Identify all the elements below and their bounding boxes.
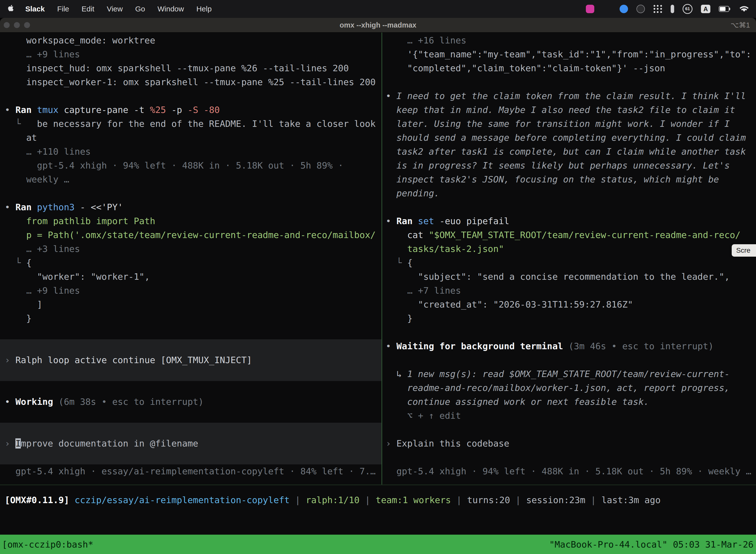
text-segment: … +16 lines	[386, 35, 466, 45]
menu-help[interactable]: Help	[190, 5, 218, 13]
left-pane[interactable]: workspace_mode: worktree … +9 lines insp…	[0, 33, 381, 484]
text-segment: }	[5, 313, 32, 323]
window-tiles-icon[interactable]	[603, 5, 611, 13]
terminal-line: • Ran tmux capture-pane -t %25 -p -S -80	[5, 103, 381, 117]
terminal-line: gpt-5.4 xhigh · essay/ai-reimplementatio…	[5, 464, 381, 478]
menu-file[interactable]: File	[51, 5, 75, 13]
text-segment: pending.	[386, 188, 440, 198]
terminal-line: later. Using the same for transition mig…	[386, 117, 756, 131]
text-segment: at	[5, 132, 37, 143]
right-pane[interactable]: … +16 lines '{"team_name":"my-team","tas…	[382, 33, 756, 484]
text-segment: -euo pipefail	[440, 216, 509, 226]
terminal-line: … +9 lines	[5, 284, 381, 297]
terminal-line: ↳ 1 new msg(s): read $OMX_TEAM_STATE_ROO…	[386, 367, 756, 381]
battery-icon[interactable]	[719, 6, 731, 12]
text-segment: {	[26, 258, 32, 268]
blue-app-icon[interactable]	[620, 5, 628, 13]
text-segment: "worker": "worker-1",	[5, 272, 150, 282]
text-segment: •	[5, 397, 15, 407]
status-segment: |	[360, 495, 376, 505]
terminal-line: ⌥ + ↑ edit	[386, 409, 756, 423]
text-segment: I need to get the claim token from the c…	[396, 91, 746, 101]
text-segment: Ran	[15, 105, 37, 115]
terminal-line	[386, 423, 756, 437]
omx-status-line: [OMX#0.11.9] cczip/essay/ai-reimplementa…	[0, 493, 756, 507]
terminal-line	[5, 89, 381, 103]
terminal-line: continue assigned work or next feasible …	[386, 395, 756, 409]
terminal-line: workspace_mode: worktree	[5, 34, 381, 47]
screen-recording-icon[interactable]	[586, 5, 594, 13]
terminal-line: gpt-5.4 xhigh · 94% left · 488K in · 5.1…	[386, 464, 756, 478]
terminal-line	[386, 200, 756, 214]
terminal-line: weekly …	[5, 172, 381, 186]
wifi-icon[interactable]	[739, 5, 749, 13]
battery-gauge-icon[interactable]: 61	[683, 4, 693, 14]
terminal-line: }	[386, 312, 756, 325]
terminal-line	[5, 409, 381, 423]
terminal-line: • I need to get the claim token from the…	[386, 89, 756, 103]
text-segment: -S	[188, 105, 198, 115]
text-segment: (6m 38s • esc to interrupt)	[59, 397, 204, 407]
text-segment	[198, 105, 204, 115]
text-segment: … +9 lines	[5, 285, 80, 296]
terminal-line: }	[5, 312, 381, 325]
terminal-line: └ {	[386, 256, 756, 270]
terminal-line: at	[5, 131, 381, 145]
text-segment: continue assigned work or next feasible …	[386, 397, 649, 407]
macos-menubar: SlackFileEditViewGoWindowHelp 61 A	[0, 0, 756, 18]
menu-window[interactable]: Window	[151, 5, 190, 13]
text-segment: }	[386, 313, 413, 323]
composer-row[interactable]: › Ralph loop active continue [OMX_TMUX_I…	[0, 339, 381, 381]
terminal-line: pending.	[386, 186, 756, 200]
text-segment: 1 new msg(s): read $OMX_TEAM_STATE_ROOT/…	[407, 369, 730, 379]
text-segment: … +7 lines	[386, 285, 461, 296]
text-segment: %25	[150, 105, 166, 115]
terminal-line: "subject": "send a concise recommendatio…	[386, 270, 756, 284]
tmux-status-bar: [omx-cczip0:bash* "MacBook-Pro-44.local"…	[0, 535, 756, 554]
terminal-line: ]	[5, 297, 381, 312]
apple-menu[interactable]	[7, 4, 19, 14]
dots-grid-icon[interactable]	[653, 5, 662, 13]
text-segment: tasks/task-2.json"	[386, 244, 504, 254]
status-segment: |	[585, 495, 602, 505]
dark-app-icon[interactable]	[636, 5, 645, 13]
input-source-label: A	[703, 5, 708, 13]
terminal-line: … +3 lines	[5, 242, 381, 256]
text-segment: gpt-5.4 xhigh · essay/ai-reimplementatio…	[5, 466, 376, 476]
slim-app-icon[interactable]	[671, 5, 674, 13]
terminal-line: • Working (6m 38s • esc to interrupt)	[5, 395, 381, 409]
terminal-line: cat "$OMX_TEAM_STATE_ROOT/team/review-cu…	[386, 228, 756, 242]
menu-edit[interactable]: Edit	[75, 5, 101, 13]
text-segment: '{"team_name":"my-team","task_id":"1","f…	[386, 49, 751, 59]
text-segment: Ran	[15, 202, 37, 212]
text-segment: "completed","claim_token":"claim-token"}…	[386, 63, 665, 73]
text-segment: is in progress? It seems likely but perh…	[386, 160, 730, 170]
menu-go[interactable]: Go	[129, 5, 151, 13]
apple-icon	[7, 4, 14, 14]
status-segment: |	[451, 495, 467, 505]
status-segment: session:23m	[526, 495, 585, 505]
text-segment: -80	[204, 105, 220, 115]
text-segment: … +3 lines	[5, 244, 80, 254]
text-segment: weekly …	[5, 174, 69, 184]
battery-gauge-value: 61	[685, 6, 690, 11]
window-titlebar[interactable]: omx --xhigh --madmax ⌥⌘1	[0, 18, 756, 33]
terminal-line: └ {	[5, 256, 381, 270]
terminal-line	[5, 381, 381, 395]
terminal-line: • Waiting for background terminal (3m 46…	[386, 339, 756, 353]
composer-row[interactable]: › Improve documentation in @filename	[0, 423, 381, 464]
tmux-host-clock: "MacBook-Pro-44.local" 05:03 31-Mar-26	[549, 539, 754, 550]
menu-view[interactable]: View	[101, 5, 129, 13]
text-segment: mprove documentation in @filename	[21, 438, 198, 448]
terminal-line: … +16 lines	[386, 34, 756, 47]
terminal-line: … +7 lines	[386, 284, 756, 297]
terminal-line: readme-and-reco/mailbox/worker-1.json, a…	[386, 381, 756, 395]
status-segment: cczip/essay/ai-reimplementation-copyleft	[75, 495, 290, 505]
text-segment: tmux	[37, 105, 64, 115]
menu-slack[interactable]: Slack	[19, 5, 51, 13]
terminal-line	[5, 325, 381, 339]
text-segment: •	[386, 341, 396, 351]
status-segment: last:3m ago	[602, 495, 660, 505]
terminal-line: inspect task2's JSON, focusing on the st…	[386, 172, 756, 186]
input-source-icon[interactable]: A	[701, 5, 710, 13]
